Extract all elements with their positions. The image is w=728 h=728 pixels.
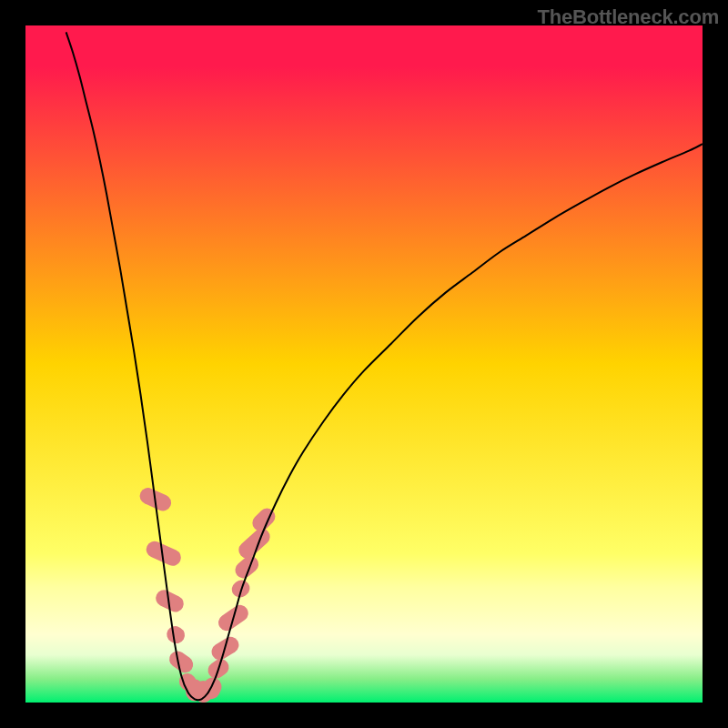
plot-area [25, 25, 703, 703]
chart-background [25, 25, 703, 703]
chart-svg [25, 25, 703, 703]
chart-container: TheBottleneck.com [0, 0, 728, 728]
